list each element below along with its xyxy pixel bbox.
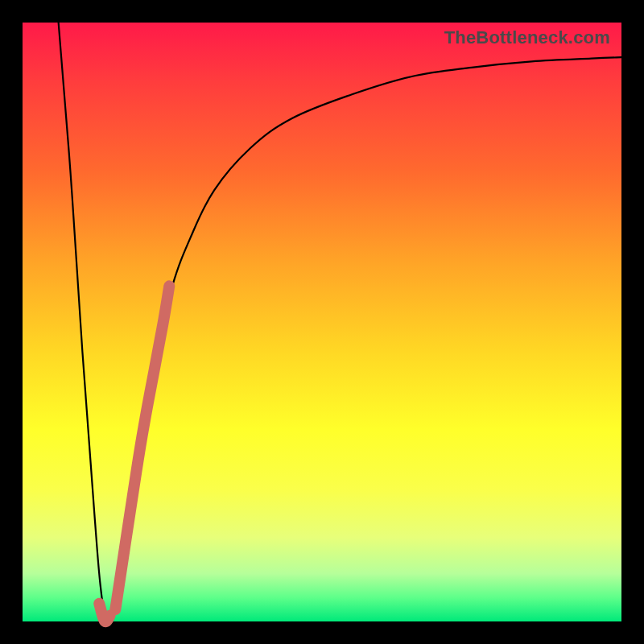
bottleneck-curve [59, 23, 621, 622]
highlight-segment [115, 286, 169, 609]
chart-svg [23, 23, 621, 621]
valley-hook [99, 604, 109, 622]
chart-frame: TheBottleneck.com [0, 0, 644, 644]
plot-area: TheBottleneck.com [23, 23, 621, 621]
